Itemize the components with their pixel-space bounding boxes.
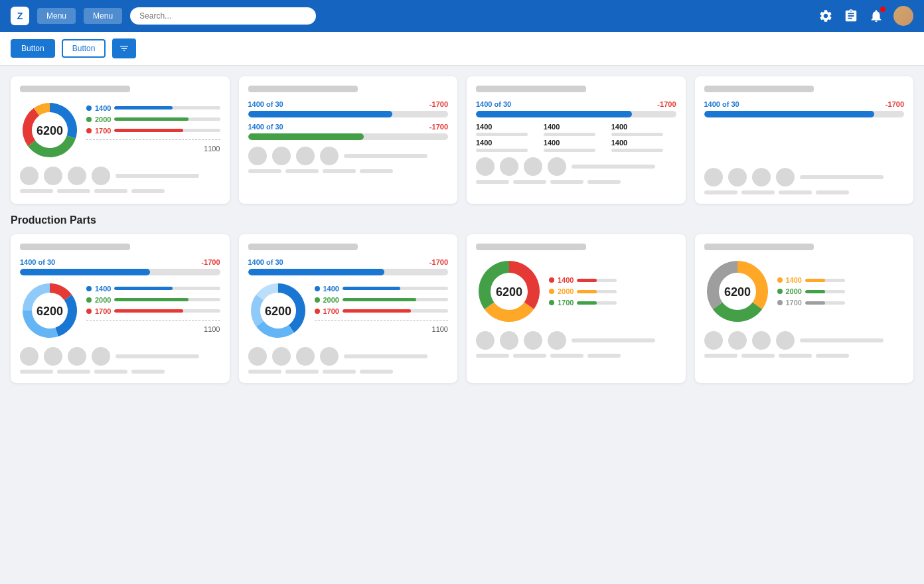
donut-legend: 1400 2000 1700 <box>777 276 845 307</box>
footer-tag <box>360 169 393 173</box>
footer-avatar <box>728 168 747 186</box>
bar-label-right: -1700 <box>657 100 676 108</box>
card-footer <box>20 347 220 374</box>
small-donut-card: 6200 1400 2000 1700 <box>467 234 686 383</box>
legend-bar <box>577 290 617 293</box>
legend-subtotal: 1100 <box>315 325 449 333</box>
legend-value: 2000 <box>786 287 802 295</box>
stat-item: 1400 <box>544 139 609 152</box>
legend-row: 1400 <box>777 276 845 284</box>
footer-avatar <box>20 347 38 366</box>
footer-avatar <box>68 167 86 185</box>
stat-bar <box>611 133 663 136</box>
legend-bar <box>577 301 617 305</box>
legend-bar-fill <box>114 298 188 301</box>
notification-icon[interactable] <box>868 8 884 24</box>
legend-bar <box>114 106 220 110</box>
app-logo[interactable]: Z <box>11 7 29 25</box>
stat-bar <box>476 149 528 152</box>
stat-value: 1400 <box>611 139 627 147</box>
secondary-button[interactable]: Button <box>62 39 106 58</box>
bar-fill <box>248 133 364 140</box>
donut-chart: 6200 <box>20 281 80 340</box>
legend-bar-fill <box>577 279 597 282</box>
small-donut-wrap: 6200 1400 2000 1700 <box>704 258 905 325</box>
bar-fill <box>248 111 392 117</box>
bar-fill <box>704 111 874 117</box>
nav-btn-2[interactable]: Menu <box>84 8 122 24</box>
primary-button[interactable]: Button <box>11 39 55 58</box>
legend-dot <box>315 297 320 303</box>
footer-avatar <box>20 167 38 185</box>
filter-button[interactable] <box>112 38 136 58</box>
legend-dot <box>86 286 92 291</box>
legend-value: 1400 <box>95 104 111 112</box>
section-title-production: Production Parts <box>11 214 913 226</box>
donut-legend: 1400 2000 1700 1100 <box>315 285 449 337</box>
bar-row: 1400 of 30 -1700 <box>704 100 905 117</box>
footer-tag <box>360 370 393 374</box>
legend-value: 1400 <box>95 285 111 293</box>
nav-btn-1[interactable]: Menu <box>37 8 76 24</box>
footer-avatar <box>44 167 62 185</box>
footer-avatar <box>92 347 110 366</box>
bar-row-2: 1400 of 30 -1700 <box>248 123 449 140</box>
bar-header: 1400 of 30 -1700 <box>248 258 449 266</box>
bar-track <box>248 269 449 275</box>
footer-tags <box>20 189 220 193</box>
footer-avatar <box>296 147 315 165</box>
footer-avatar <box>320 147 339 165</box>
footer-tags <box>248 370 449 374</box>
footer-tag <box>323 169 356 173</box>
bar-header: 1400 of 30 -1700 <box>248 123 449 131</box>
footer-avatar <box>44 347 62 366</box>
footer-tags <box>704 190 905 194</box>
card-title <box>20 86 130 92</box>
legend-dot <box>86 297 92 303</box>
bar-row: 1400 of 30 -1700 <box>476 100 676 117</box>
card-footer <box>248 147 449 173</box>
bar-donut-card: 1400 of 30 -1700 6200 1400 <box>11 234 230 383</box>
filter-icon <box>119 43 129 54</box>
legend-bar-fill <box>114 106 172 110</box>
small-donut-wrap: 6200 1400 2000 1700 <box>476 258 676 325</box>
footer-line <box>800 175 884 179</box>
footer-tag <box>779 354 812 358</box>
legend-dot <box>777 300 783 305</box>
legend-dot <box>549 289 554 294</box>
bar-label-left: 1400 of 30 <box>248 258 283 266</box>
footer-avatar <box>524 331 542 350</box>
card-footer <box>248 347 449 374</box>
notification-badge <box>880 7 886 12</box>
footer-tag <box>131 370 165 374</box>
footer-line <box>116 354 199 358</box>
avatar[interactable] <box>893 6 913 26</box>
legend-row: 1400 <box>549 276 617 284</box>
card-title <box>704 244 814 250</box>
card-footer <box>704 331 905 358</box>
clipboard-icon[interactable] <box>843 8 859 24</box>
legend-value: 1700 <box>558 299 574 307</box>
footer-avatar <box>776 331 795 350</box>
legend-bar-fill <box>577 301 597 305</box>
donut-card: 6200 1400 2000 1700 <box>11 76 230 204</box>
footer-tag <box>20 370 53 374</box>
search-input[interactable] <box>130 7 316 25</box>
footer-tag <box>550 180 583 184</box>
legend-row: 2000 <box>549 287 617 295</box>
footer-tag <box>513 354 546 358</box>
legend-divider <box>86 320 220 321</box>
legend-value: 2000 <box>323 296 339 304</box>
settings-icon[interactable] <box>818 8 834 24</box>
bar-header: 1400 of 30 -1700 <box>20 258 220 266</box>
card-footer <box>476 157 676 184</box>
footer-avatar <box>248 347 267 366</box>
legend-dot <box>549 300 554 305</box>
donut-center-value: 6200 <box>264 305 291 318</box>
bar-track <box>248 111 449 117</box>
legend-row: 2000 <box>315 296 449 304</box>
footer-tag <box>248 370 281 374</box>
footer-line <box>344 154 427 158</box>
footer-avatar <box>728 331 747 350</box>
legend-bar-fill <box>343 287 400 290</box>
